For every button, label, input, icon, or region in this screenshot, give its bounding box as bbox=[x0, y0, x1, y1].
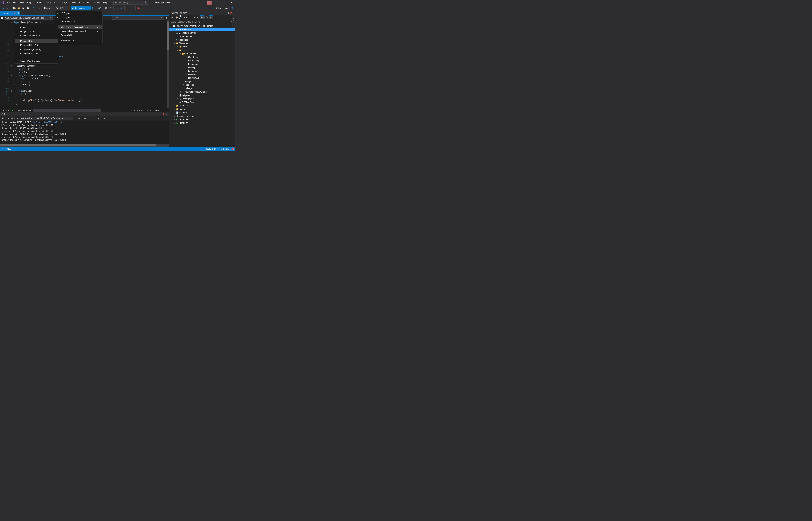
save-all-button[interactable]: 💾 bbox=[26, 6, 30, 10]
tree-item[interactable]: #NavMenu.css bbox=[170, 73, 235, 76]
notifications-button[interactable]: 📣2 bbox=[231, 148, 234, 150]
run-target-dropdown[interactable]: ▶IIS Express✓IIS ExpressWebApplication2W… bbox=[56, 11, 103, 43]
tree-item[interactable]: JSLayout.js bbox=[170, 69, 235, 73]
menu-file[interactable]: File bbox=[5, 0, 11, 5]
dropdown-item[interactable]: ▶IIS Express bbox=[56, 11, 103, 16]
dropdown-item[interactable]: More Emulators... bbox=[56, 39, 103, 43]
se-showall-button[interactable]: ⊞ bbox=[196, 16, 200, 19]
menu-window[interactable]: Window bbox=[91, 0, 102, 5]
tree-item[interactable]: ▿📂components bbox=[170, 52, 235, 55]
menu-analyze[interactable]: Analyze bbox=[59, 0, 70, 5]
menu-project[interactable]: Project bbox=[26, 0, 35, 5]
quick-search-input[interactable]: Search (Ctrl+Q) 🔍 bbox=[112, 1, 148, 4]
output-text[interactable]: Request starting HTTP/1.1 GET http://loc… bbox=[0, 120, 169, 144]
tree-item[interactable]: ▷C#Program.cs bbox=[170, 118, 235, 121]
dropdown-item[interactable]: Microsoft Edge Beta bbox=[16, 43, 58, 47]
se-refresh-button[interactable]: ⟳▾ bbox=[184, 16, 187, 19]
maximize-button[interactable]: ❐ bbox=[221, 1, 227, 5]
tree-item[interactable]: ▷⚙Dependencies bbox=[170, 35, 235, 38]
output-tb-5[interactable]: ✕ bbox=[103, 116, 107, 120]
tree-item[interactable]: JSFetchData.js bbox=[170, 59, 235, 62]
se-properties-button[interactable]: 🔧 bbox=[205, 16, 209, 19]
tree-item[interactable]: JSFibonacci.js bbox=[170, 62, 235, 66]
browser-link-button[interactable]: 🔗 bbox=[97, 6, 102, 10]
pane-close-icon[interactable]: ✕ bbox=[165, 113, 168, 115]
save-button[interactable]: 💾 bbox=[21, 6, 25, 10]
dropdown-item[interactable]: Google Chrome Beta bbox=[16, 33, 58, 38]
tb-icon-5[interactable]: ✂ bbox=[141, 6, 145, 10]
output-hscrollbar[interactable] bbox=[0, 144, 169, 147]
tree-item[interactable]: 🔗Connected Services bbox=[170, 31, 235, 35]
menu-build[interactable]: Build bbox=[35, 0, 43, 5]
tree-item[interactable]: JSCounter.js bbox=[170, 55, 235, 59]
dropdown-item[interactable]: Web Browser (Microsoft Edge)▶ bbox=[56, 25, 103, 29]
split-button[interactable]: ⬍ bbox=[164, 16, 168, 20]
tree-item[interactable]: ▷{}package.json bbox=[170, 97, 235, 100]
close-tab-icon[interactable]: ✕ bbox=[17, 12, 19, 15]
menu-test[interactable]: Test bbox=[52, 0, 59, 5]
tree-item[interactable]: 📄.gitignore bbox=[170, 94, 235, 97]
tb-icon-6[interactable]: ✂ bbox=[145, 6, 150, 10]
dropdown-item[interactable]: Select Web Browsers... bbox=[16, 59, 58, 63]
diagnostic-tools-tab[interactable]: Diagnostic Tools bbox=[232, 11, 235, 28]
tree-item[interactable]: ▿🌐WebApplication2 bbox=[170, 28, 235, 31]
output-tb-1[interactable]: ⇤ bbox=[77, 116, 82, 120]
tree-item[interactable]: ▷🔧Properties bbox=[170, 38, 235, 42]
tree-item[interactable]: #index.css bbox=[170, 83, 235, 87]
scope-combo[interactable]: WebApplication2 JavaScript Content Files… bbox=[4, 16, 52, 20]
output-tb-4[interactable]: ⎌ bbox=[97, 116, 101, 120]
web-browser-submenu[interactable]: FirefoxGoogle ChromeGoogle Chrome Beta✓M… bbox=[15, 25, 58, 64]
source-control-button[interactable]: ↑ Add to Source Control ▴ bbox=[206, 148, 229, 150]
tree-item[interactable]: ▿📂src bbox=[170, 48, 235, 52]
dropdown-item[interactable]: ✓IIS Express bbox=[56, 16, 103, 20]
menu-edit[interactable]: Edit bbox=[11, 0, 18, 5]
dropdown-item[interactable]: Firefox bbox=[16, 25, 58, 29]
se-collapse-button[interactable]: ⊟ bbox=[192, 16, 196, 19]
config-combo[interactable]: Debug▼ bbox=[43, 6, 54, 10]
open-button[interactable]: 📂 bbox=[17, 6, 21, 10]
tb-icon-2[interactable]: ⋮ bbox=[108, 6, 112, 10]
tab-fibonacci[interactable]: Fibonacci.js 📌 ✕ bbox=[0, 11, 20, 15]
close-button[interactable]: ✕ bbox=[229, 1, 234, 5]
run-dropdown-caret[interactable]: ▼ bbox=[87, 7, 89, 9]
menu-debug[interactable]: Debug bbox=[43, 0, 52, 5]
vertical-scrollbar[interactable] bbox=[166, 20, 169, 108]
se-dropdown[interactable]: ▼ bbox=[227, 12, 229, 14]
tb-icon-1[interactable]: ▣ bbox=[104, 6, 108, 10]
run-button[interactable]: ▶ IIS Express ▼ bbox=[70, 6, 90, 10]
tab-dropdown[interactable]: ▼ bbox=[166, 11, 169, 15]
se-back-button[interactable]: ◀ bbox=[170, 16, 174, 19]
menu-help[interactable]: Help bbox=[102, 0, 109, 5]
horizontal-scrollbar[interactable] bbox=[33, 109, 102, 112]
output-tb-3[interactable]: ≣ bbox=[88, 116, 92, 120]
se-sync2-button[interactable]: ⇆ bbox=[188, 16, 191, 19]
dropdown-item[interactable]: Microsoft Edge Canary bbox=[16, 47, 58, 51]
tree-item[interactable]: ▷JSApp.js bbox=[170, 80, 235, 83]
menu-extensions[interactable]: Extensions bbox=[77, 0, 91, 5]
tb-icon-4[interactable]: ≣ bbox=[130, 6, 134, 10]
dropdown-item[interactable]: Browse With... bbox=[56, 33, 103, 38]
member-combo[interactable]: ▫ f_0▼ bbox=[112, 16, 164, 20]
dropdown-item[interactable]: Script Debugging (Enabled)▶ bbox=[56, 29, 103, 33]
tree-item[interactable]: ▷JSregisterServiceWorker.js bbox=[170, 90, 235, 94]
new-project-button[interactable]: 📄▾ bbox=[12, 6, 16, 10]
tree-item[interactable]: ▷📁Pages bbox=[170, 108, 235, 111]
tree-item[interactable]: ▿📂ClientApp bbox=[170, 42, 235, 45]
se-preview-button[interactable]: ▭ bbox=[209, 16, 213, 19]
pane-dropdown[interactable]: ▼ bbox=[159, 113, 162, 115]
undo-button[interactable]: ↶▾ bbox=[32, 6, 36, 10]
bookmark-button[interactable]: 🔖 bbox=[137, 6, 141, 10]
tree-item[interactable]: ▷C#Startup.cs bbox=[170, 121, 235, 125]
dropdown-item[interactable]: Google Chrome bbox=[16, 29, 58, 33]
menu-view[interactable]: View bbox=[18, 0, 26, 5]
nav-forward-button[interactable]: ▶ bbox=[5, 6, 10, 10]
tree-item[interactable]: ▷{}appsettings.json bbox=[170, 114, 235, 118]
se-view-button[interactable]: ◧▾ bbox=[200, 16, 204, 19]
tb-icon-3[interactable]: ≣ bbox=[126, 6, 130, 10]
se-home-button[interactable]: 🏠 bbox=[175, 16, 179, 19]
pane-pin-icon[interactable]: 📌 bbox=[162, 113, 165, 115]
tree-item[interactable]: JSNavMenu.js bbox=[170, 76, 235, 80]
tree-item[interactable]: 📄.gitignore bbox=[170, 111, 235, 114]
solution-tree[interactable]: 📑Solution 'WebApplication2' (1 of 1 proj… bbox=[170, 24, 235, 147]
refresh-button[interactable]: ⟳▾ bbox=[91, 6, 95, 10]
